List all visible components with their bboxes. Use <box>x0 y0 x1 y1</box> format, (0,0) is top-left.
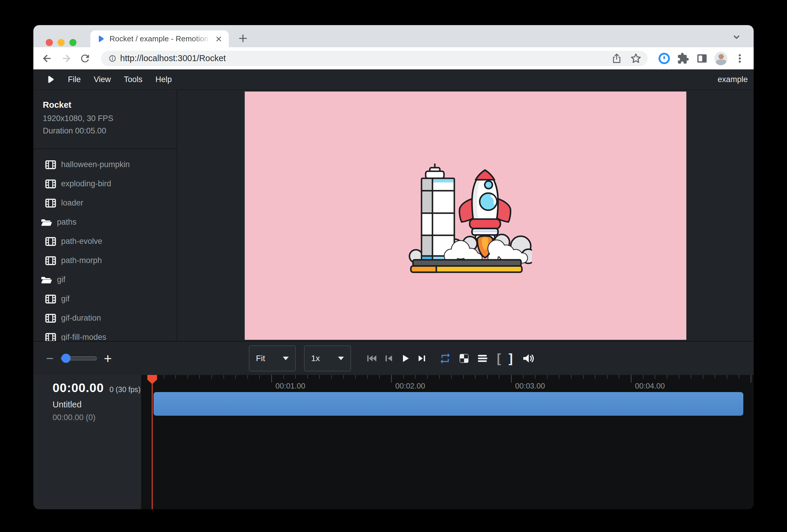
ruler-label-4s: 00:04.00 <box>635 381 665 390</box>
open-folder-icon <box>41 275 52 284</box>
composition-info: Rocket 1920x1080, 30 FPS Duration 00:05.… <box>34 90 176 149</box>
ruler-major-tick <box>511 375 512 383</box>
main-area: Rocket 1920x1080, 30 FPS Duration 00:05.… <box>34 90 753 341</box>
extensions-puzzle-icon[interactable] <box>677 52 689 65</box>
minimize-window-button[interactable] <box>58 39 65 46</box>
film-icon <box>45 199 56 208</box>
ruler-major-tick <box>271 375 272 383</box>
playhead-line[interactable] <box>152 375 153 509</box>
menu-file[interactable]: File <box>68 75 81 84</box>
play-button[interactable] <box>400 353 411 364</box>
browser-toolbar: http://localhost:3001/Rocket <box>34 47 753 69</box>
out-point-bracket-button[interactable]: ] <box>509 352 513 365</box>
profile-avatar[interactable] <box>715 52 727 65</box>
new-tab-button[interactable] <box>237 33 249 44</box>
chevron-down-icon <box>283 357 289 360</box>
current-frame-info: 0 (30 fps) <box>109 385 141 394</box>
bookmark-star-icon[interactable] <box>630 52 642 64</box>
menu-tools[interactable]: Tools <box>124 75 143 84</box>
timeline-ruler[interactable] <box>151 375 753 379</box>
sidebar-item-exploding-bird[interactable]: exploding-bird <box>34 174 176 193</box>
sidebar-folder-gif[interactable]: gif <box>34 270 176 289</box>
sidebar-item-path-evolve[interactable]: path-evolve <box>34 232 176 251</box>
sidebar-item-gif-duration[interactable]: gif-duration <box>34 308 176 328</box>
ruler-major-tick <box>751 375 751 383</box>
transport-controls <box>366 342 427 375</box>
playhead-handle[interactable] <box>147 375 157 384</box>
composition-canvas <box>245 91 686 340</box>
open-folder-icon <box>41 218 52 227</box>
timeline-zoom-slider[interactable] <box>61 356 97 360</box>
menu-view[interactable]: View <box>94 75 111 84</box>
workspace-label: example <box>718 75 748 84</box>
film-icon <box>45 160 56 169</box>
current-timecode: 00:00.00 <box>52 381 104 395</box>
close-window-button[interactable] <box>46 39 53 46</box>
address-bar[interactable]: http://localhost:3001/Rocket <box>101 51 648 66</box>
side-panel-icon[interactable] <box>696 52 708 65</box>
site-info-icon[interactable] <box>109 55 116 62</box>
sidebar-item-label: path-morph <box>61 256 102 265</box>
close-tab-icon[interactable] <box>214 34 224 44</box>
previous-frame-button[interactable] <box>383 353 394 364</box>
menu-help[interactable]: Help <box>155 75 172 84</box>
volume-icon[interactable] <box>522 352 535 365</box>
reload-button[interactable] <box>79 52 91 65</box>
size-select[interactable]: Fit <box>249 345 296 371</box>
sidebar-item-label: exploding-bird <box>61 179 111 188</box>
tab-strip: Rocket / example - Remotion P <box>34 25 753 47</box>
ruler-major-tick <box>631 375 632 383</box>
app-menu-bar: File View Tools Help example <box>34 69 753 90</box>
playback-rate-select[interactable]: 1x <box>304 345 351 371</box>
sidebar-folder-paths[interactable]: paths <box>34 213 176 232</box>
film-icon <box>45 256 56 265</box>
zoom-in-button[interactable]: + <box>104 352 112 365</box>
url-text[interactable]: http://localhost:3001/Rocket <box>120 54 611 63</box>
sidebar-item-path-morph[interactable]: path-morph <box>34 251 176 270</box>
zoom-out-button[interactable]: − <box>46 352 54 365</box>
sidebar-item-gif-fill-modes[interactable]: gif-fill-modes <box>34 328 176 341</box>
player-toggles: [ ] <box>439 342 535 375</box>
share-icon[interactable] <box>611 53 622 64</box>
jump-to-start-button[interactable] <box>366 353 378 364</box>
ruler-label-1s: 00:01.00 <box>275 381 305 390</box>
browser-tab[interactable]: Rocket / example - Remotion P <box>90 30 229 47</box>
sidebar-item-label: paths <box>57 218 77 227</box>
film-icon <box>45 314 56 323</box>
zoom-window-button[interactable] <box>69 39 77 46</box>
timeline-info-panel: 00:00.00 0 (30 fps) Untitled 00:00.00 (0… <box>34 375 141 509</box>
sidebar-item-label: gif-duration <box>61 314 101 323</box>
player-controls-bar: − + Fit 1x <box>34 341 753 375</box>
next-frame-button[interactable] <box>417 353 427 364</box>
ruler-label-2s: 00:02.00 <box>395 381 425 390</box>
forward-button[interactable] <box>60 52 72 65</box>
tab-search-chevron-icon[interactable] <box>731 31 742 42</box>
in-point-bracket-button[interactable]: [ <box>497 352 501 365</box>
size-select-value: Fit <box>256 354 265 363</box>
rich-timeline-icon[interactable] <box>477 354 488 363</box>
slider-knob[interactable] <box>61 354 70 363</box>
film-icon <box>45 295 56 303</box>
back-button[interactable] <box>41 52 54 65</box>
traffic-lights <box>46 39 77 46</box>
film-icon <box>45 333 56 341</box>
compositions-sidebar: Rocket 1920x1080, 30 FPS Duration 00:05.… <box>34 90 177 341</box>
timeline-tracks-area[interactable]: 00:01.00 00:02.00 00:03.00 00:04.00 <box>141 375 753 509</box>
composition-duration: Duration 00:05.00 <box>43 126 171 135</box>
ruler-label-3s: 00:03.00 <box>515 381 545 390</box>
browser-menu-icon[interactable] <box>733 52 746 65</box>
sidebar-item-label: path-evolve <box>61 237 102 246</box>
timeline-track-bar[interactable] <box>153 392 743 416</box>
loop-toggle-icon[interactable] <box>439 352 451 365</box>
transparency-checkerboard-icon[interactable] <box>459 354 469 363</box>
sidebar-item-loader[interactable]: loader <box>34 193 176 213</box>
chevron-down-icon <box>338 357 344 360</box>
sidebar-item-gif[interactable]: gif <box>34 289 176 308</box>
sidebar-item-label: loader <box>61 198 83 208</box>
sidebar-item-halloween-pumpkin[interactable]: halloween-pumpkin <box>34 155 176 174</box>
composition-name: Rocket <box>43 100 171 110</box>
timeline-zoom-group: − + <box>46 342 112 375</box>
film-icon <box>45 237 56 246</box>
browser-window: Rocket / example - Remotion P <box>34 25 753 509</box>
password-manager-icon[interactable] <box>658 52 671 65</box>
